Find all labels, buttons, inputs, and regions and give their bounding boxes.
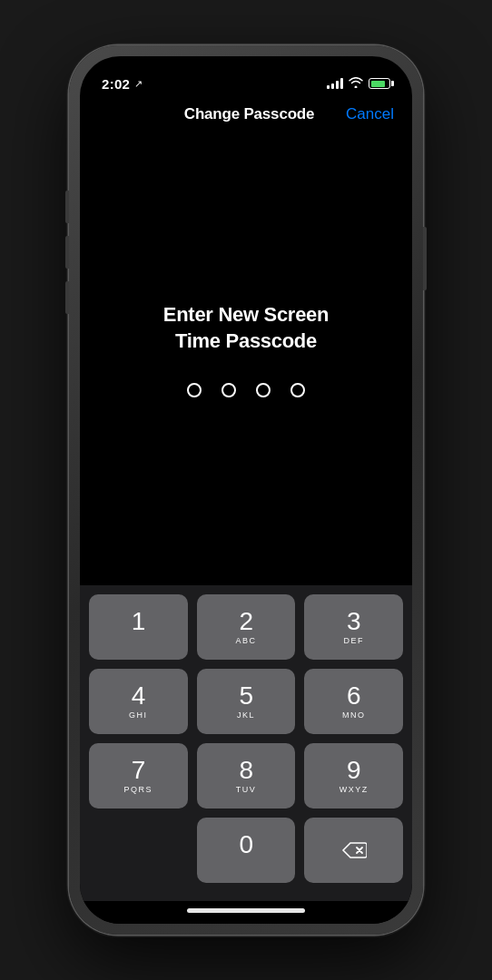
nav-title: Change Passcode <box>184 105 314 123</box>
passcode-dot-1 <box>187 383 202 397</box>
passcode-dot-2 <box>221 383 236 397</box>
passcode-dots <box>187 383 305 397</box>
passcode-prompt: Enter New Screen Time Passcode <box>163 302 329 354</box>
location-icon: ↗ <box>134 78 143 90</box>
wifi-icon <box>349 76 363 91</box>
delete-icon <box>341 841 367 859</box>
signal-icon <box>327 78 343 89</box>
keypad-grid: 1 2 ABC 3 DEF 4 GHI 5 JKL <box>89 594 403 808</box>
key-5[interactable]: 5 JKL <box>197 669 296 734</box>
key-0[interactable]: 0 <box>197 818 296 883</box>
home-indicator <box>80 901 412 924</box>
key-7[interactable]: 7 PQRS <box>89 743 188 808</box>
phone-frame: 2:02 ↗ <box>69 45 423 935</box>
key-4[interactable]: 4 GHI <box>89 669 188 734</box>
notch <box>173 56 319 83</box>
phone-screen: 2:02 ↗ <box>80 56 412 924</box>
key-8[interactable]: 8 TUV <box>197 743 296 808</box>
key-2[interactable]: 2 ABC <box>197 594 296 660</box>
delete-button[interactable] <box>304 818 403 883</box>
status-time: 2:02 <box>102 76 130 92</box>
content-area: Enter New Screen Time Passcode <box>80 132 412 585</box>
bottom-row: 0 <box>89 818 403 883</box>
key-9[interactable]: 9 WXYZ <box>304 743 403 808</box>
battery-icon <box>369 78 390 89</box>
passcode-dot-4 <box>290 383 305 397</box>
key-1[interactable]: 1 <box>89 594 188 660</box>
key-3[interactable]: 3 DEF <box>304 594 403 660</box>
nav-bar: Change Passcode Cancel <box>80 102 412 132</box>
home-bar <box>187 908 305 913</box>
cancel-button[interactable]: Cancel <box>346 105 394 123</box>
key-empty <box>89 818 188 883</box>
passcode-dot-3 <box>256 383 271 397</box>
keypad-area: 1 2 ABC 3 DEF 4 GHI 5 JKL <box>80 585 412 901</box>
status-icons <box>327 76 390 91</box>
key-6[interactable]: 6 MNO <box>304 669 403 734</box>
